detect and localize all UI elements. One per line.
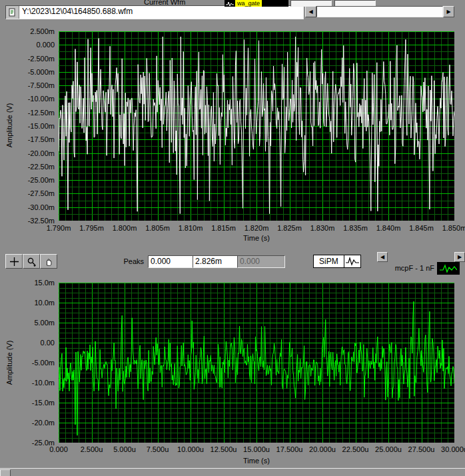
y-axis-labels: 15.0m10.0m5.00m0.00-5.00m-10.0m-15.0m-20… (0, 283, 56, 443)
y-tick-label: -5.000m (28, 68, 55, 76)
bottom-plot-legend-name[interactable]: mcpF - 1 nF (370, 264, 434, 272)
bottom-plot-area[interactable] (59, 283, 454, 443)
top-plot-legend[interactable]: wa_gate (225, 0, 288, 7)
green-waveform-icon (440, 264, 457, 273)
x-axis-labels: 1.790m1.795m1.800m1.805m1.810m1.815m1.82… (59, 224, 454, 233)
y-tick-label: -10.0m (32, 379, 55, 387)
x-axis-title: Time (s) (59, 234, 454, 242)
x-tick-label: 1.790m (47, 224, 71, 232)
x-tick-label: 1.795m (79, 224, 104, 232)
x-tick-label: 1.850m (442, 224, 465, 232)
cursor-tool-button[interactable] (5, 254, 23, 269)
x-tick-label: 1.800m (113, 224, 137, 232)
wfm-scrollbar[interactable]: ◀ ▶ (305, 6, 454, 17)
top-plot-name: wa_gate (235, 0, 262, 7)
x-axis-labels: 0.0002.500u5.000u7.500u10.000u12.500u15.… (59, 445, 454, 454)
peaks-label: Peaks (100, 257, 144, 265)
y-tick-label: 0.000 (36, 41, 55, 49)
x-tick-label: 1.830m (310, 224, 335, 232)
x-tick-label: 2.500u (81, 445, 103, 453)
hand-icon (44, 257, 54, 267)
zoom-tool-button[interactable] (23, 254, 40, 269)
y-tick-label: -15.0m (32, 399, 55, 407)
y-tick-label: -15.00m (28, 122, 55, 130)
x-tick-label: 1.805m (145, 224, 170, 232)
detector-selector-value[interactable]: SiPM (313, 255, 344, 268)
y-tick-label: -17.50m (28, 135, 55, 143)
x-tick-label: 30.000u (441, 445, 465, 453)
y-tick-label: -2.500m (28, 55, 55, 63)
x-tick-label: 25.000u (375, 445, 402, 453)
top-plot-area[interactable] (59, 31, 454, 221)
x-tick-label: 17.500u (276, 445, 303, 453)
top-waveform-graph: Amplitude (V) 2.500m0.000-2.500m-5.000m-… (0, 27, 465, 247)
y-tick-label: -20.0m (32, 419, 55, 427)
x-tick-label: 0.000 (49, 445, 68, 453)
legend-scroll-left-icon[interactable]: ◀ (377, 252, 388, 262)
y-tick-label: -12.50m (28, 109, 55, 117)
waveform-path-control[interactable]: Y:\2023\12\04\164850.688.wfm (5, 5, 304, 19)
y-axis-labels: 2.500m0.000-2.500m-5.000m-7.500m-10.00m-… (0, 31, 56, 221)
x-tick-label: 1.840m (376, 224, 401, 232)
plot-glyph-icon (226, 1, 234, 7)
y-tick-label: -5.00m (32, 359, 55, 367)
y-tick-label: 15.0m (34, 279, 55, 287)
x-tick-label: 1.835m (343, 224, 368, 232)
y-tick-label: 10.0m (34, 299, 55, 307)
pan-tool-button[interactable] (40, 254, 57, 269)
scrollbar-track[interactable] (316, 6, 443, 17)
scroll-left-icon[interactable]: ◀ (305, 6, 316, 17)
x-tick-label: 15.000u (243, 445, 270, 453)
y-tick-label: -10.00m (28, 95, 55, 103)
plot-canvas (59, 31, 454, 221)
x-tick-label: 1.825m (277, 224, 302, 232)
peak-field-3-disabled: 0.000 (237, 255, 285, 268)
x-axis-title: Time (s) (59, 457, 454, 465)
x-tick-label: 10.000u (177, 445, 204, 453)
x-tick-label: 27.500u (408, 445, 435, 453)
x-tick-label: 1.845m (409, 224, 434, 232)
path-browse-icon[interactable] (6, 6, 19, 19)
graph-palette (5, 254, 57, 269)
y-tick-label: -22.50m (28, 163, 55, 171)
plot-canvas (59, 283, 454, 443)
y-tick-label: 2.500m (30, 27, 55, 35)
y-tick-label: -30.00m (28, 203, 55, 211)
peak-field-2[interactable]: 2.826m (193, 255, 240, 268)
y-tick-label: -20.00m (28, 149, 55, 157)
legend-scroll-right-icon[interactable]: ▶ (454, 252, 465, 262)
detector-selector[interactable]: SiPM (313, 255, 361, 268)
x-tick-label: 20.000u (309, 445, 336, 453)
x-tick-label: 5.000u (113, 445, 136, 453)
y-tick-label: 0.00 (41, 339, 55, 347)
bottom-scrollbar-handle[interactable] (0, 469, 11, 476)
y-tick-label: -25.00m (28, 176, 55, 184)
x-tick-label: 1.810m (179, 224, 203, 232)
crosshair-icon (9, 257, 19, 267)
bottom-plot-legend-glyph[interactable] (437, 262, 460, 275)
path-value: Y:\2023\12\04\164850.688.wfm (19, 6, 303, 19)
bottom-waveform-graph: Amplitude (V) 15.0m10.0m5.00m0.00-5.00m-… (0, 277, 465, 472)
y-tick-label: -27.50m (28, 189, 55, 197)
bottom-scrollbar (0, 468, 465, 476)
y-tick-label: -7.500m (28, 81, 55, 89)
scroll-right-icon[interactable]: ▶ (443, 6, 454, 17)
waveform-glyph-icon (344, 255, 361, 268)
y-tick-label: 5.00m (34, 319, 55, 327)
x-tick-label: 1.815m (211, 224, 236, 232)
peak-field-1[interactable]: 0.000 (148, 255, 196, 268)
x-tick-label: 12.500u (211, 445, 237, 453)
graph-toolbar: Peaks 0.000 2.826m 0.000 SiPM ◀ ▶ mcpF -… (0, 251, 465, 277)
magnifier-icon (27, 257, 37, 267)
x-tick-label: 1.820m (244, 224, 269, 232)
x-tick-label: 7.500u (147, 445, 169, 453)
x-tick-label: 22.500u (342, 445, 369, 453)
